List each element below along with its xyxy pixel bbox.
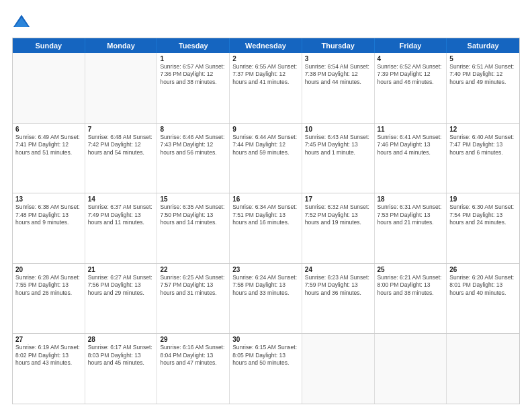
logo-icon (12, 12, 31, 31)
calendar-cell: 8Sunrise: 6:46 AM Sunset: 7:43 PM Daylig… (157, 124, 230, 193)
header-day-thursday: Thursday (302, 38, 375, 53)
calendar-cell (85, 53, 158, 123)
day-number: 22 (160, 266, 226, 273)
day-number: 17 (305, 195, 371, 203)
day-info: Sunrise: 6:55 AM Sunset: 7:37 PM Dayligh… (232, 63, 299, 86)
day-info: Sunrise: 6:32 AM Sunset: 7:52 PM Dayligh… (305, 203, 371, 226)
day-info: Sunrise: 6:40 AM Sunset: 7:47 PM Dayligh… (449, 134, 517, 156)
day-number: 21 (88, 266, 154, 273)
calendar-body: 1Sunrise: 6:57 AM Sunset: 7:36 PM Daylig… (13, 53, 519, 404)
calendar-cell: 1Sunrise: 6:57 AM Sunset: 7:36 PM Daylig… (157, 53, 230, 123)
logo (12, 12, 34, 31)
calendar-cell (447, 334, 519, 404)
calendar-cell: 12Sunrise: 6:40 AM Sunset: 7:47 PM Dayli… (447, 124, 519, 193)
calendar-row-3: 20Sunrise: 6:28 AM Sunset: 7:55 PM Dayli… (13, 263, 519, 334)
calendar-cell: 30Sunrise: 6:15 AM Sunset: 8:05 PM Dayli… (230, 334, 302, 404)
day-info: Sunrise: 6:30 AM Sunset: 7:54 PM Dayligh… (449, 203, 517, 226)
calendar-cell: 21Sunrise: 6:27 AM Sunset: 7:56 PM Dayli… (85, 264, 158, 334)
calendar-cell (302, 334, 375, 404)
day-number: 16 (232, 195, 299, 203)
calendar-cell: 16Sunrise: 6:34 AM Sunset: 7:51 PM Dayli… (230, 193, 302, 263)
calendar-header: SundayMondayTuesdayWednesdayThursdayFrid… (13, 38, 519, 53)
day-info: Sunrise: 6:52 AM Sunset: 7:39 PM Dayligh… (378, 63, 444, 86)
header-day-saturday: Saturday (447, 38, 519, 53)
day-info: Sunrise: 6:35 AM Sunset: 7:50 PM Dayligh… (160, 203, 226, 226)
day-info: Sunrise: 6:51 AM Sunset: 7:40 PM Dayligh… (449, 63, 517, 86)
calendar-cell: 18Sunrise: 6:31 AM Sunset: 7:53 PM Dayli… (375, 193, 447, 263)
day-number: 6 (15, 126, 82, 133)
calendar-cell: 7Sunrise: 6:48 AM Sunset: 7:42 PM Daylig… (85, 124, 158, 193)
day-info: Sunrise: 6:20 AM Sunset: 8:01 PM Dayligh… (449, 274, 517, 297)
calendar-cell (375, 334, 447, 404)
day-number: 1 (160, 55, 226, 62)
day-info: Sunrise: 6:38 AM Sunset: 7:48 PM Dayligh… (15, 203, 82, 226)
calendar-cell: 9Sunrise: 6:44 AM Sunset: 7:44 PM Daylig… (230, 124, 302, 193)
day-info: Sunrise: 6:24 AM Sunset: 7:58 PM Dayligh… (232, 274, 299, 297)
day-info: Sunrise: 6:34 AM Sunset: 7:51 PM Dayligh… (232, 203, 299, 226)
day-info: Sunrise: 6:28 AM Sunset: 7:55 PM Dayligh… (15, 274, 82, 297)
calendar-cell: 20Sunrise: 6:28 AM Sunset: 7:55 PM Dayli… (13, 264, 85, 334)
day-number: 28 (88, 336, 154, 343)
day-number: 5 (449, 55, 517, 62)
calendar-cell: 2Sunrise: 6:55 AM Sunset: 7:37 PM Daylig… (230, 53, 302, 123)
day-number: 29 (160, 336, 226, 343)
day-info: Sunrise: 6:15 AM Sunset: 8:05 PM Dayligh… (232, 344, 299, 367)
header-day-wednesday: Wednesday (230, 38, 302, 53)
day-number: 23 (232, 266, 299, 273)
calendar-cell: 14Sunrise: 6:37 AM Sunset: 7:49 PM Dayli… (85, 193, 158, 263)
day-info: Sunrise: 6:37 AM Sunset: 7:49 PM Dayligh… (88, 203, 154, 226)
calendar-cell: 17Sunrise: 6:32 AM Sunset: 7:52 PM Dayli… (302, 193, 375, 263)
day-number: 10 (305, 126, 371, 133)
day-info: Sunrise: 6:44 AM Sunset: 7:44 PM Dayligh… (232, 134, 299, 156)
calendar-cell: 15Sunrise: 6:35 AM Sunset: 7:50 PM Dayli… (157, 193, 230, 263)
header-day-sunday: Sunday (13, 38, 85, 53)
day-info: Sunrise: 6:19 AM Sunset: 8:02 PM Dayligh… (15, 344, 82, 367)
day-number: 3 (305, 55, 371, 62)
day-number: 18 (378, 195, 444, 203)
calendar-row-1: 6Sunrise: 6:49 AM Sunset: 7:41 PM Daylig… (13, 123, 519, 193)
day-info: Sunrise: 6:21 AM Sunset: 8:00 PM Dayligh… (378, 274, 444, 297)
calendar-cell: 10Sunrise: 6:43 AM Sunset: 7:45 PM Dayli… (302, 124, 375, 193)
day-number: 11 (378, 126, 444, 133)
calendar-cell: 27Sunrise: 6:19 AM Sunset: 8:02 PM Dayli… (13, 334, 85, 404)
day-number: 30 (232, 336, 299, 343)
day-info: Sunrise: 6:31 AM Sunset: 7:53 PM Dayligh… (378, 203, 444, 226)
day-number: 14 (88, 195, 154, 203)
calendar-cell: 29Sunrise: 6:16 AM Sunset: 8:04 PM Dayli… (157, 334, 230, 404)
calendar-cell: 19Sunrise: 6:30 AM Sunset: 7:54 PM Dayli… (447, 193, 519, 263)
header-day-friday: Friday (375, 38, 447, 53)
header (12, 12, 520, 31)
day-info: Sunrise: 6:54 AM Sunset: 7:38 PM Dayligh… (305, 63, 371, 86)
day-info: Sunrise: 6:23 AM Sunset: 7:59 PM Dayligh… (305, 274, 371, 297)
day-number: 12 (449, 126, 517, 133)
calendar-cell: 24Sunrise: 6:23 AM Sunset: 7:59 PM Dayli… (302, 264, 375, 334)
header-day-monday: Monday (85, 38, 158, 53)
calendar-cell: 3Sunrise: 6:54 AM Sunset: 7:38 PM Daylig… (302, 53, 375, 123)
day-number: 19 (449, 195, 517, 203)
calendar-cell: 25Sunrise: 6:21 AM Sunset: 8:00 PM Dayli… (375, 264, 447, 334)
day-info: Sunrise: 6:16 AM Sunset: 8:04 PM Dayligh… (160, 344, 226, 367)
calendar-cell: 22Sunrise: 6:25 AM Sunset: 7:57 PM Dayli… (157, 264, 230, 334)
day-info: Sunrise: 6:49 AM Sunset: 7:41 PM Dayligh… (15, 134, 82, 156)
calendar-cell: 28Sunrise: 6:17 AM Sunset: 8:03 PM Dayli… (85, 334, 158, 404)
day-info: Sunrise: 6:41 AM Sunset: 7:46 PM Dayligh… (378, 134, 444, 156)
day-number: 4 (378, 55, 444, 62)
calendar-cell: 11Sunrise: 6:41 AM Sunset: 7:46 PM Dayli… (375, 124, 447, 193)
day-info: Sunrise: 6:27 AM Sunset: 7:56 PM Dayligh… (88, 274, 154, 297)
calendar-row-4: 27Sunrise: 6:19 AM Sunset: 8:02 PM Dayli… (13, 333, 519, 404)
header-day-tuesday: Tuesday (157, 38, 230, 53)
day-number: 15 (160, 195, 226, 203)
calendar-cell: 5Sunrise: 6:51 AM Sunset: 7:40 PM Daylig… (447, 53, 519, 123)
day-number: 9 (232, 126, 299, 133)
day-number: 8 (160, 126, 226, 133)
day-info: Sunrise: 6:48 AM Sunset: 7:42 PM Dayligh… (88, 134, 154, 156)
day-number: 24 (305, 266, 371, 273)
day-number: 26 (449, 266, 517, 273)
calendar: SundayMondayTuesdayWednesdayThursdayFrid… (12, 38, 520, 404)
day-info: Sunrise: 6:17 AM Sunset: 8:03 PM Dayligh… (88, 344, 154, 367)
calendar-cell: 13Sunrise: 6:38 AM Sunset: 7:48 PM Dayli… (13, 193, 85, 263)
calendar-cell (13, 53, 85, 123)
page: SundayMondayTuesdayWednesdayThursdayFrid… (0, 0, 532, 411)
calendar-cell: 6Sunrise: 6:49 AM Sunset: 7:41 PM Daylig… (13, 124, 85, 193)
day-info: Sunrise: 6:25 AM Sunset: 7:57 PM Dayligh… (160, 274, 226, 297)
